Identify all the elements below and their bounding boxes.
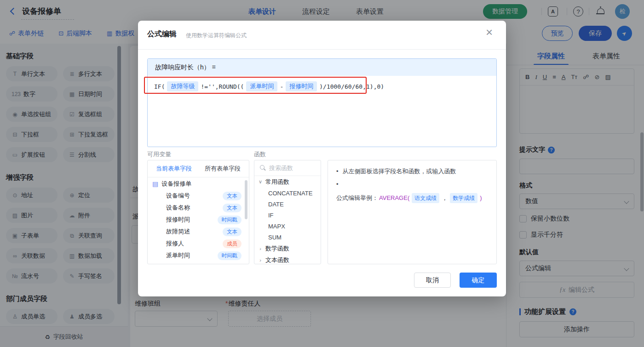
variable-row-设备编号[interactable]: 设备编号文本 — [148, 190, 249, 202]
variable-name: 报修人 — [166, 239, 223, 248]
function-search-input[interactable]: 搜索函数 — [254, 160, 321, 176]
caret-down-icon: ∨ — [258, 179, 263, 185]
example-function-close: ) — [480, 193, 482, 203]
formula-text: )/1000/60/60,1),0) — [319, 83, 384, 90]
modal-subtitle: 使用数学运算符编辑公式 — [186, 32, 247, 40]
variable-type-badge: 成员 — [223, 239, 242, 248]
variable-name: 设备编号 — [166, 192, 223, 200]
variables-tabs: 当前表单字段 所有表单字段 — [148, 160, 249, 177]
confirm-button[interactable]: 确定 — [460, 273, 497, 288]
formula-field-chip[interactable]: 报修时间 — [286, 81, 317, 91]
tip-line-1: • 从左侧面板选择字段名和函数，或输入函数 — [336, 167, 488, 176]
variable-name: 报修时间 — [166, 216, 218, 224]
function-item-IF[interactable]: IF — [254, 210, 321, 221]
function-group-常用函数[interactable]: ∨常用函数 — [254, 176, 321, 188]
function-list: ∨常用函数CONCATENATEDATEIFMAPXSUM›数学函数›文本函数 — [254, 176, 321, 264]
variable-row-报修人[interactable]: 报修人成员 — [148, 238, 249, 250]
bullet: • — [336, 167, 339, 176]
example-comma: ， — [442, 193, 448, 203]
cancel-button[interactable]: 取消 — [414, 273, 451, 288]
function-group-label: 数学函数 — [265, 245, 289, 253]
variable-type-badge: 文本 — [223, 192, 242, 200]
divider — [138, 49, 506, 50]
function-group-数学函数[interactable]: ›数学函数 — [254, 243, 321, 254]
formula-text: !='',ROUND(( — [201, 83, 244, 90]
variable-list: 设备编号文本设备名称文本报修时间时间戳故障简述文本报修人成员派单时间时间戳 — [148, 190, 249, 262]
search-placeholder: 搜索函数 — [269, 164, 293, 172]
function-item-MAPX[interactable]: MAPX — [254, 221, 321, 232]
tip-line-2: • 公式编辑举例： AVERAGE( 语文成绩 ， 数学成绩 ) — [336, 180, 488, 203]
function-group-文本函数[interactable]: ›文本函数 — [254, 254, 321, 264]
formula-input[interactable]: IF(故障等级!='',ROUND((派单时间-报修时间)/1000/60/60… — [148, 76, 496, 97]
variable-row-设备名称[interactable]: 设备名称文本 — [148, 202, 249, 214]
form-doc-icon: ▤ — [152, 180, 158, 188]
functions-label: 函数 — [254, 150, 266, 159]
variable-row-派单时间[interactable]: 派单时间时间戳 — [148, 250, 249, 262]
variable-name: 故障简述 — [166, 228, 223, 236]
app-window: 设备报修单 表单设计流程设定表单设置 数据管理 A ? 检 ☍表单外链⊡后端脚本… — [0, 0, 644, 347]
formula-field-chip[interactable]: 故障等级 — [167, 81, 198, 91]
function-item-CONCATENATE[interactable]: CONCATENATE — [254, 188, 321, 199]
formula-field-chip[interactable]: 派单时间 — [246, 81, 277, 91]
form-tree-root[interactable]: ▤ 设备报修单 — [148, 177, 249, 190]
bullet: • — [336, 180, 339, 189]
variable-row-报修时间[interactable]: 报修时间时间戳 — [148, 214, 249, 226]
caret-right-icon: › — [258, 257, 263, 263]
formula-text: IF( — [154, 83, 165, 90]
function-item-DATE[interactable]: DATE — [254, 199, 321, 210]
tab-all-form-fields[interactable]: 所有表单字段 — [205, 165, 241, 173]
search-icon — [260, 165, 266, 171]
variables-scrollbar[interactable] — [245, 180, 247, 219]
function-group-label: 文本函数 — [265, 256, 289, 264]
formula-text: - — [280, 83, 283, 90]
formula-editor: 故障响应时长（h） = IF(故障等级!='',ROUND((派单时间-报修时间… — [147, 58, 497, 147]
function-item-SUM[interactable]: SUM — [254, 232, 321, 243]
function-group-label: 常用函数 — [265, 178, 289, 186]
example-field-chip: 数学成绩 — [450, 193, 477, 203]
formula-target-label: 故障响应时长（h） = — [148, 59, 496, 76]
close-icon[interactable]: × — [486, 26, 493, 38]
variable-type-badge: 文本 — [223, 228, 242, 236]
example-function-open: AVERAGE( — [379, 193, 409, 203]
example-field-chip: 语文成绩 — [412, 193, 439, 203]
modal-title: 公式编辑 — [147, 29, 177, 39]
variables-panel: 当前表单字段 所有表单字段 ▤ 设备报修单 设备编号文本设备名称文本报修时间时间… — [147, 160, 249, 264]
functions-panel: 搜索函数 ∨常用函数CONCATENATEDATEIFMAPXSUM›数学函数›… — [254, 160, 321, 264]
formula-edit-modal: 公式编辑 使用数学运算符编辑公式 × 故障响应时长（h） = IF(故障等级!=… — [138, 21, 506, 296]
tab-current-form-fields[interactable]: 当前表单字段 — [156, 165, 192, 173]
formula-tips-panel: • 从左侧面板选择字段名和函数，或输入函数 • 公式编辑举例： AVERAGE(… — [328, 160, 497, 264]
variable-type-badge: 时间戳 — [218, 216, 242, 224]
variables-label: 可用变量 — [147, 150, 171, 159]
variable-name: 设备名称 — [166, 204, 223, 212]
variable-type-badge: 文本 — [223, 204, 242, 212]
variable-name: 派单时间 — [166, 251, 218, 260]
variable-row-故障简述[interactable]: 故障简述文本 — [148, 226, 249, 238]
caret-right-icon: › — [258, 246, 263, 251]
variable-type-badge: 时间戳 — [218, 251, 242, 260]
